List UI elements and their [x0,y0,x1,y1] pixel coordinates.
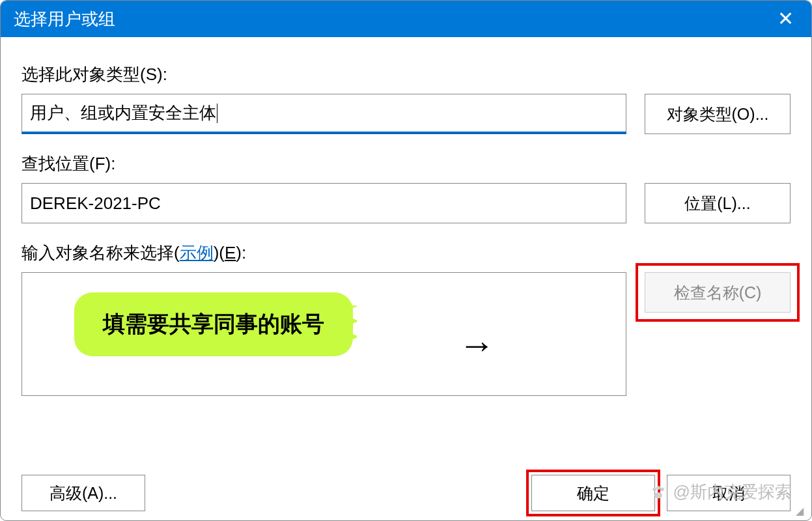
cancel-button[interactable]: 取消 [667,475,791,511]
select-users-dialog: 选择用户或组 ✕ 选择此对象类型(S): 用户、组或内置安全主体 对象类型(O)… [0,0,812,521]
example-link[interactable]: 示例 [180,243,214,262]
object-type-value: 用户、组或内置安全主体 [30,102,216,124]
ok-button[interactable]: 确定 [531,475,655,511]
dialog-content: 选择此对象类型(S): 用户、组或内置安全主体 对象类型(O)... 查找位置(… [1,37,811,409]
advanced-button[interactable]: 高级(A)... [21,475,145,511]
object-type-field[interactable]: 用户、组或内置安全主体 [21,94,626,134]
location-field[interactable]: DEREK-2021-PC [21,183,626,223]
titlebar: 选择用户或组 ✕ [1,1,811,37]
object-type-label: 选择此对象类型(S): [21,63,791,86]
dialog-footer: 高级(A)... 确定 取消 [1,475,811,511]
resize-grip-icon[interactable]: ◢ [796,505,807,516]
location-label: 查找位置(F): [21,152,791,175]
arrow-right-icon: → [458,324,495,366]
dialog-title: 选择用户或组 [14,8,771,31]
location-value: DEREK-2021-PC [30,193,161,214]
check-names-button[interactable]: 检查名称(C) [645,272,791,313]
locations-button[interactable]: 位置(L)... [645,183,791,223]
close-icon[interactable]: ✕ [771,1,800,37]
annotation-bubble: 填需要共享同事的账号 [74,292,353,356]
object-types-button[interactable]: 对象类型(O)... [645,94,791,134]
object-names-textarea[interactable]: 填需要共享同事的账号 → [21,272,626,396]
enter-names-label: 输入对象名称来选择(示例)(E): [21,242,791,264]
text-cursor-icon [217,104,217,123]
